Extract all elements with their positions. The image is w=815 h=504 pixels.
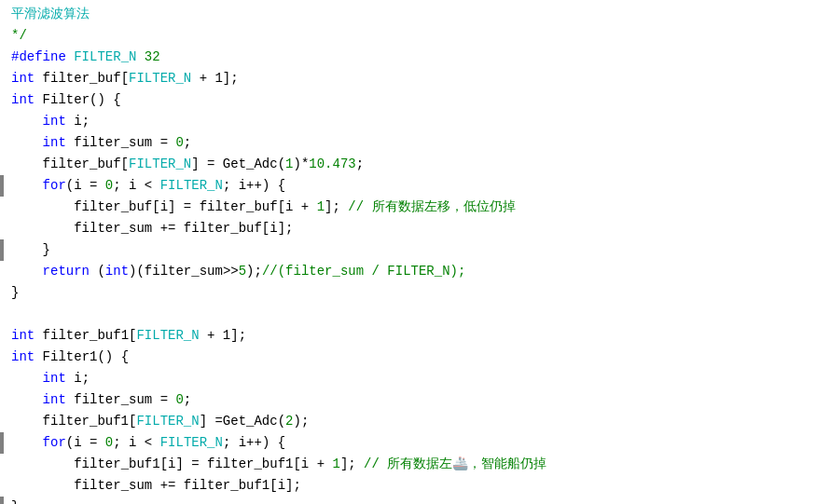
line-marker-8 bbox=[0, 154, 6, 175]
code-container: 平滑滤波算法 */ #define FILTER_N 32 int filter… bbox=[0, 0, 815, 504]
code-line-7: int filter_sum = 0; bbox=[7, 132, 191, 154]
line-4: int filter_buf[FILTER_N + 1]; bbox=[0, 68, 815, 89]
code-line-12: } bbox=[7, 239, 50, 261]
code-line-15 bbox=[7, 304, 19, 325]
code-line-14: } bbox=[7, 282, 19, 304]
line-marker-15 bbox=[0, 304, 6, 325]
line-22: filter_buf1[i] = filter_buf1[i + 1]; // … bbox=[0, 454, 815, 475]
line-19: int filter_sum = 0; bbox=[0, 389, 815, 411]
code-line-3: #define FILTER_N 32 bbox=[7, 47, 160, 68]
line-marker-24 bbox=[0, 497, 4, 504]
code-line-10: filter_buf[i] = filter_buf[i + 1]; // 所有… bbox=[7, 197, 516, 218]
line-1: 平滑滤波算法 bbox=[0, 4, 815, 25]
code-line-17: int Filter1() { bbox=[7, 347, 129, 368]
code-line-5: int Filter() { bbox=[7, 89, 121, 111]
line-21: for(i = 0; i < FILTER_N; i++) { bbox=[0, 432, 815, 454]
code-line-21: for(i = 0; i < FILTER_N; i++) { bbox=[7, 432, 285, 454]
code-line-6: int i; bbox=[7, 111, 90, 132]
line-marker-22 bbox=[0, 454, 6, 475]
code-line-4: int filter_buf[FILTER_N + 1]; bbox=[7, 68, 239, 89]
line-marker-10 bbox=[0, 197, 6, 218]
line-marker-2 bbox=[0, 25, 6, 47]
code-line-13: return (int)(filter_sum>>5);//(filter_su… bbox=[7, 261, 465, 282]
line-24: } bbox=[0, 497, 815, 504]
line-14: } bbox=[0, 282, 815, 304]
line-10: filter_buf[i] = filter_buf[i + 1]; // 所有… bbox=[0, 197, 815, 218]
line-marker-13 bbox=[0, 261, 6, 282]
line-2: */ bbox=[0, 25, 815, 47]
line-marker-23 bbox=[0, 475, 6, 497]
code-line-8: filter_buf[FILTER_N] = Get_Adc(1)*10.473… bbox=[7, 154, 364, 175]
code-line-18: int i; bbox=[7, 368, 90, 389]
code-line-19: int filter_sum = 0; bbox=[7, 389, 191, 411]
line-marker-1 bbox=[0, 4, 6, 25]
code-line-16: int filter_buf1[FILTER_N + 1]; bbox=[7, 325, 246, 347]
line-marker-17 bbox=[0, 347, 6, 368]
code-line-20: filter_buf1[FILTER_N] =Get_Adc(2); bbox=[7, 411, 309, 432]
line-marker-20 bbox=[0, 411, 6, 432]
code-line-9: for(i = 0; i < FILTER_N; i++) { bbox=[7, 175, 285, 197]
line-marker-9 bbox=[0, 175, 4, 197]
line-marker-11 bbox=[0, 218, 6, 239]
line-marker-18 bbox=[0, 368, 6, 389]
line-12: } bbox=[0, 239, 815, 261]
line-marker-4 bbox=[0, 68, 6, 89]
line-11: filter_sum += filter_buf[i]; bbox=[0, 218, 815, 239]
line-9: for(i = 0; i < FILTER_N; i++) { bbox=[0, 175, 815, 197]
line-15 bbox=[0, 304, 815, 325]
line-5: int Filter() { bbox=[0, 89, 815, 111]
line-7: int filter_sum = 0; bbox=[0, 132, 815, 154]
code-line-22: filter_buf1[i] = filter_buf1[i + 1]; // … bbox=[7, 454, 546, 475]
line-marker-6 bbox=[0, 111, 6, 132]
line-marker-12 bbox=[0, 239, 4, 261]
line-marker-16 bbox=[0, 325, 6, 347]
line-3: #define FILTER_N 32 bbox=[0, 47, 815, 68]
line-13: return (int)(filter_sum>>5);//(filter_su… bbox=[0, 261, 815, 282]
line-20: filter_buf1[FILTER_N] =Get_Adc(2); bbox=[0, 411, 815, 432]
code-line-2: */ bbox=[7, 25, 27, 47]
line-marker-19 bbox=[0, 389, 6, 411]
line-18: int i; bbox=[0, 368, 815, 389]
code-line-1: 平滑滤波算法 bbox=[7, 4, 90, 25]
line-marker-5 bbox=[0, 89, 6, 111]
line-marker-7 bbox=[0, 132, 6, 154]
code-line-23: filter_sum += filter_buf1[i]; bbox=[7, 475, 301, 497]
line-16: int filter_buf1[FILTER_N + 1]; bbox=[0, 325, 815, 347]
line-marker-14 bbox=[0, 282, 6, 304]
line-8: filter_buf[FILTER_N] = Get_Adc(1)*10.473… bbox=[0, 154, 815, 175]
line-marker-21 bbox=[0, 432, 4, 454]
line-23: filter_sum += filter_buf1[i]; bbox=[0, 475, 815, 497]
line-6: int i; bbox=[0, 111, 815, 132]
line-17: int Filter1() { bbox=[0, 347, 815, 368]
code-line-11: filter_sum += filter_buf[i]; bbox=[7, 218, 293, 239]
line-marker-3 bbox=[0, 47, 6, 68]
code-line-24: } bbox=[7, 497, 19, 504]
